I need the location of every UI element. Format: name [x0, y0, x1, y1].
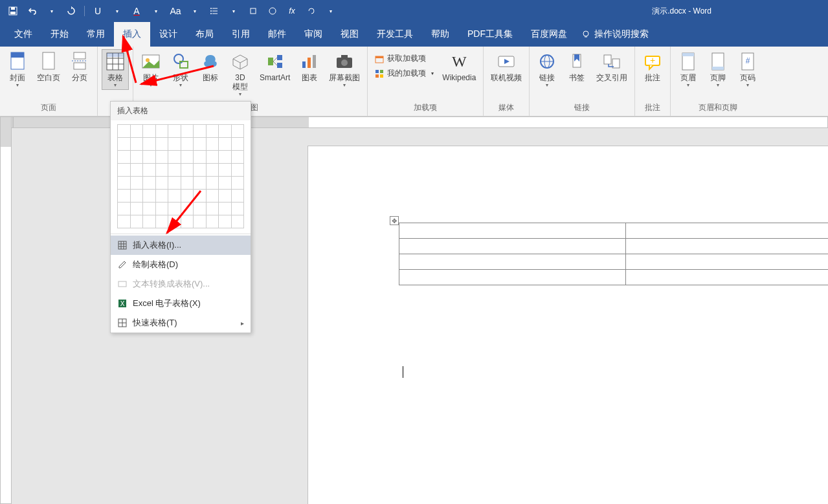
title-bar: ▾ U ▾ A ▾ Aa ▾ ▾ fx ▾ 演示.docx - Word	[0, 0, 828, 22]
excel-spreadsheet-item[interactable]: X Excel 电子表格(X)	[111, 294, 251, 313]
camera-icon	[335, 52, 354, 71]
lightbulb-icon	[581, 30, 590, 39]
page-break-button[interactable]: 分页	[66, 49, 93, 84]
redo-button[interactable]	[65, 5, 78, 17]
table-row	[399, 223, 829, 239]
bookmark-button[interactable]: 书签	[563, 49, 590, 84]
page-number-button[interactable]: # 页码▾	[734, 49, 761, 90]
header-button[interactable]: 页眉▾	[675, 49, 702, 90]
svg-point-10	[269, 8, 276, 14]
tab-mailings[interactable]: 邮件	[259, 22, 295, 47]
svg-rect-24	[107, 53, 124, 57]
group-links: 链接▾ 书签 交叉引用 链接	[530, 47, 635, 116]
svg-rect-43	[380, 70, 383, 73]
3d-models-button[interactable]: 3D 模型▾	[227, 49, 254, 99]
blank-page-button[interactable]: 空白页	[34, 49, 63, 84]
svg-line-32	[273, 58, 277, 61]
excel-icon: X	[118, 299, 127, 308]
svg-point-38	[341, 60, 348, 66]
svg-point-6	[210, 8, 212, 9]
blank-page-icon	[41, 51, 56, 72]
comment-button[interactable]: + 批注	[639, 49, 666, 84]
vertical-ruler[interactable]	[0, 116, 12, 504]
font-color-button[interactable]: A	[130, 5, 143, 17]
convert-icon	[118, 279, 127, 289]
hand-icon	[249, 6, 258, 16]
save-button[interactable]	[6, 5, 19, 17]
list-dropdown[interactable]: ▾	[227, 5, 240, 17]
convert-text-item: 文本转换成表格(V)...	[111, 274, 251, 294]
tab-layout[interactable]: 布局	[186, 22, 223, 47]
group-label-comments: 批注	[639, 101, 666, 116]
table-move-handle[interactable]: ✥	[390, 216, 399, 225]
redo-icon	[67, 6, 76, 16]
change-case-dropdown[interactable]: ▾	[188, 5, 201, 17]
tab-file[interactable]: 文件	[5, 22, 41, 47]
tab-review[interactable]: 审阅	[295, 22, 331, 47]
fx-button[interactable]: fx	[285, 5, 298, 17]
change-case-button[interactable]: Aa	[169, 5, 182, 17]
tab-design[interactable]: 设计	[150, 22, 186, 47]
list-button[interactable]	[208, 5, 221, 17]
draw-table-item[interactable]: 绘制表格(D)	[111, 255, 251, 274]
chart-button[interactable]: 图表	[296, 49, 323, 84]
font-color-dropdown[interactable]: ▾	[150, 5, 162, 17]
underline-button[interactable]: U	[91, 5, 104, 17]
document-table[interactable]	[399, 223, 828, 285]
tab-insert[interactable]: 插入	[114, 22, 150, 47]
qat-customize[interactable]: ▾	[324, 5, 337, 17]
tell-me-search[interactable]: 操作说明搜索	[581, 22, 649, 47]
insert-table-item[interactable]: 插入表格(I)...	[111, 236, 251, 255]
pictures-button[interactable]: 图片▾	[137, 49, 164, 90]
tab-developer[interactable]: 开发工具	[368, 22, 422, 47]
tab-references[interactable]: 引用	[223, 22, 259, 47]
underline-dropdown[interactable]: ▾	[111, 5, 124, 17]
tab-baidu[interactable]: 百度网盘	[522, 22, 576, 47]
shapes-icon	[171, 52, 190, 71]
table-icon	[106, 52, 125, 71]
get-addins-button[interactable]: 获取加载项	[372, 52, 436, 65]
svg-rect-44	[375, 74, 379, 78]
svg-rect-61	[118, 241, 126, 249]
table-grid-picker[interactable]	[111, 120, 251, 232]
refresh-button[interactable]	[305, 5, 318, 17]
screenshot-button[interactable]: 屏幕截图▾	[326, 49, 363, 90]
icons-button[interactable]: 图标	[197, 49, 224, 84]
shape-button[interactable]	[266, 5, 279, 17]
svg-rect-51	[604, 55, 611, 64]
tab-pdf[interactable]: PDF工具集	[458, 22, 522, 47]
svg-rect-9	[251, 8, 256, 14]
online-video-button[interactable]: 联机视频	[487, 49, 525, 84]
text-cursor	[403, 366, 403, 378]
svg-rect-41	[375, 56, 383, 58]
tab-common[interactable]: 常用	[78, 22, 114, 47]
tab-home[interactable]: 开始	[41, 22, 78, 47]
icons-icon	[201, 52, 220, 71]
wikipedia-button[interactable]: W Wikipedia	[439, 49, 479, 84]
tab-help[interactable]: 帮助	[422, 22, 458, 47]
svg-rect-45	[380, 74, 383, 78]
link-button[interactable]: 链接▾	[533, 49, 561, 90]
group-comments: + 批注 批注	[635, 47, 671, 116]
undo-button[interactable]	[26, 5, 39, 17]
undo-dropdown[interactable]: ▾	[45, 5, 58, 17]
group-addins: 获取加载项 我的加载项▾ W Wikipedia 加载项	[368, 47, 484, 116]
window-title: 演示.docx - Word	[652, 6, 711, 17]
touch-mode-button[interactable]	[247, 5, 260, 17]
quick-tables-item[interactable]: 快速表格(T) ▸	[111, 313, 251, 333]
tell-me-label: 操作说明搜索	[594, 28, 649, 40]
smartart-icon	[265, 52, 285, 71]
footer-button[interactable]: 页脚▾	[704, 49, 732, 90]
my-addins-button[interactable]: 我的加载项▾	[372, 67, 436, 80]
smartart-button[interactable]: SmartArt	[256, 49, 293, 84]
group-label-pages: 页面	[4, 101, 93, 116]
cross-reference-button[interactable]: 交叉引用	[593, 49, 631, 84]
table-button[interactable]: 表格▾	[102, 49, 129, 90]
svg-rect-2	[10, 12, 16, 14]
document-page[interactable]: ✥	[308, 146, 828, 504]
comment-icon: +	[643, 52, 662, 71]
shapes-button[interactable]: 形状▾	[167, 49, 194, 90]
tab-view[interactable]: 视图	[331, 22, 368, 47]
cover-page-button[interactable]: 封面▾	[4, 49, 31, 90]
table-row	[399, 239, 829, 254]
